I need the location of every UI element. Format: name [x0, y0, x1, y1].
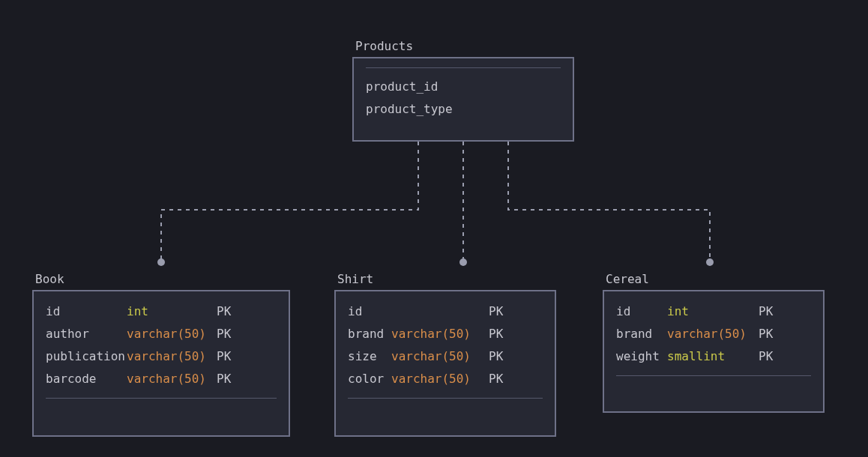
column-key: PK [489, 300, 511, 323]
column-name: author [46, 323, 127, 345]
column-key: PK [217, 300, 239, 323]
table-row: brandvarchar(50)PK [348, 323, 543, 345]
column-name: id [46, 300, 127, 323]
column-key: PK [489, 345, 511, 368]
table-row: brandvarchar(50)PK [616, 323, 811, 345]
column-type: varchar(50) [667, 323, 759, 345]
column-key: PK [759, 323, 781, 345]
svg-point-1 [459, 258, 467, 266]
table-row: publicationvarchar(50)PK [46, 345, 277, 368]
table-row: authorvarchar(50)PK [46, 323, 277, 345]
column-name: publication [46, 345, 127, 368]
column-name: brand [616, 323, 667, 345]
column-type: varchar(50) [391, 368, 489, 390]
table-row: idintPK [46, 300, 277, 323]
table-row: idPK [348, 300, 543, 323]
entity-cereal: idintPKbrandvarchar(50)PKweightsmallintP… [603, 290, 825, 413]
entity-title-shirt: Shirt [337, 273, 373, 285]
column-type: int [667, 300, 759, 323]
entity-title-cereal: Cereal [606, 273, 649, 285]
column-key: PK [759, 300, 781, 323]
svg-point-0 [157, 258, 165, 266]
column-type: varchar(50) [127, 323, 217, 345]
table-row: idintPK [616, 300, 811, 323]
entity-title-book: Book [35, 273, 64, 285]
entity-shirt: idPKbrandvarchar(50)PKsizevarchar(50)PKc… [334, 290, 556, 437]
column-type: varchar(50) [127, 368, 217, 390]
column-key: PK [217, 368, 239, 390]
column-type: smallint [667, 345, 759, 368]
column-key: PK [759, 345, 781, 368]
column-key: PK [217, 323, 239, 345]
column-name: color [348, 368, 391, 390]
column-name: product_type [366, 98, 453, 121]
column-name: id [348, 300, 391, 323]
er-diagram-canvas: Products product_id product_type Book id… [0, 0, 868, 457]
svg-point-2 [706, 258, 714, 266]
column-name: size [348, 345, 391, 368]
entity-products: product_id product_type [352, 57, 574, 142]
column-type: int [127, 300, 217, 323]
table-row: barcodevarchar(50)PK [46, 368, 277, 390]
entity-title-products: Products [355, 40, 413, 52]
entity-book: idintPKauthorvarchar(50)PKpublicationvar… [32, 290, 290, 437]
column-name: brand [348, 323, 391, 345]
table-row: sizevarchar(50)PK [348, 345, 543, 368]
table-row: colorvarchar(50)PK [348, 368, 543, 390]
column-type: varchar(50) [391, 323, 489, 345]
column-name: weight [616, 345, 667, 368]
column-type: varchar(50) [391, 345, 489, 368]
column-type: varchar(50) [127, 345, 217, 368]
column-name: id [616, 300, 667, 323]
column-key: PK [489, 323, 511, 345]
column-name: barcode [46, 368, 127, 390]
column-name: product_id [366, 76, 438, 98]
column-key: PK [489, 368, 511, 390]
table-row: weightsmallintPK [616, 345, 811, 368]
column-key: PK [217, 345, 239, 368]
